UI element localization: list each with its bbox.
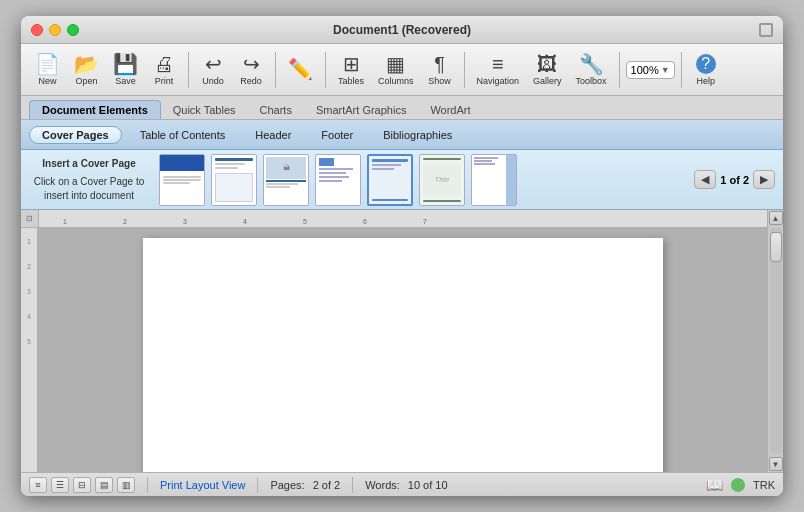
cover-thumbnails-list: 🏔 xyxy=(159,154,686,206)
click-instruction: Click on a Cover Page to insert into doc… xyxy=(29,175,149,203)
cover-thumb-2[interactable] xyxy=(211,154,257,206)
pages-label: Pages: xyxy=(270,479,304,491)
main-window: Document1 (Recovered) 📄 New 📂 Open 💾 Sav… xyxy=(21,16,783,496)
toolbar-sep-6 xyxy=(681,52,682,88)
columns-button[interactable]: ▦ Columns xyxy=(372,52,420,88)
paint-button[interactable]: ✏️ xyxy=(282,57,319,83)
toolbar-sep-5 xyxy=(619,52,620,88)
subtab-toc[interactable]: Table of Contents xyxy=(128,127,238,143)
help-button[interactable]: ? Help xyxy=(688,52,724,88)
tables-label: Tables xyxy=(338,76,364,86)
tab-document-elements[interactable]: Document Elements xyxy=(29,100,161,119)
resize-handle[interactable] xyxy=(759,23,773,37)
cover-pagination: ◀ 1 of 2 ▶ xyxy=(694,170,775,189)
help-label: Help xyxy=(696,76,715,86)
new-label: New xyxy=(38,76,56,86)
horizontal-ruler: 1 2 3 4 5 6 7 xyxy=(39,210,767,228)
cover-thumb-3[interactable]: 🏔 xyxy=(263,154,309,206)
view-icons: ≡ ☰ ⊟ ▤ ▥ xyxy=(29,477,135,493)
undo-icon: ↩ xyxy=(205,54,222,74)
save-icon: 💾 xyxy=(113,54,138,74)
cover-thumb-5[interactable] xyxy=(367,154,413,206)
book-icon[interactable]: 📖 xyxy=(706,477,723,493)
window-title: Document1 (Recovered) xyxy=(333,23,471,37)
redo-label: Redo xyxy=(240,76,262,86)
toolbar-sep-3 xyxy=(325,52,326,88)
cover-thumb-6[interactable]: Title xyxy=(419,154,465,206)
tables-button[interactable]: ⊞ Tables xyxy=(332,52,370,88)
doc-main-area: 1 2 3 4 5 6 7 xyxy=(39,210,767,472)
tables-icon: ⊞ xyxy=(343,54,360,74)
cover-thumb-7[interactable] xyxy=(471,154,517,206)
toolbar-sep-1 xyxy=(188,52,189,88)
open-icon: 📂 xyxy=(74,54,99,74)
paint-icon: ✏️ xyxy=(288,59,313,79)
open-button[interactable]: 📂 Open xyxy=(68,52,105,88)
scroll-down-button[interactable]: ▼ xyxy=(769,457,783,471)
toolbox-button[interactable]: 🔧 Toolbox xyxy=(570,52,613,88)
document-area: ⊡ 1 2 3 4 5 1 2 3 4 5 6 7 xyxy=(21,210,783,472)
tab-wordart[interactable]: WordArt xyxy=(418,101,482,119)
print-button[interactable]: 🖨 Print xyxy=(146,52,182,88)
doc-scroll-area[interactable] xyxy=(39,228,767,472)
titlebar: Document1 (Recovered) xyxy=(21,16,783,44)
subtab-header[interactable]: Header xyxy=(243,127,303,143)
print-label: Print xyxy=(155,76,174,86)
words-label: Words: xyxy=(365,479,400,491)
scroll-up-button[interactable]: ▲ xyxy=(769,211,783,225)
navigation-button[interactable]: ≡ Navigation xyxy=(471,52,526,88)
cover-thumb-4[interactable] xyxy=(315,154,361,206)
show-button[interactable]: ¶ Show xyxy=(422,52,458,88)
left-ruler-area: ⊡ 1 2 3 4 5 xyxy=(21,210,39,472)
toolbox-icon: 🔧 xyxy=(579,54,604,74)
close-button[interactable] xyxy=(31,24,43,36)
view-icon-4[interactable]: ▤ xyxy=(95,477,113,493)
navigation-label: Navigation xyxy=(477,76,520,86)
minimize-button[interactable] xyxy=(49,24,61,36)
undo-button[interactable]: ↩ Undo xyxy=(195,52,231,88)
new-button[interactable]: 📄 New xyxy=(29,52,66,88)
toolbox-label: Toolbox xyxy=(576,76,607,86)
view-icon-5[interactable]: ▥ xyxy=(117,477,135,493)
navigation-icon: ≡ xyxy=(492,54,504,74)
status-divider-2 xyxy=(257,477,258,493)
zoom-value: 100% xyxy=(631,64,659,76)
cover-pages-section: Insert a Cover Page Click on a Cover Pag… xyxy=(21,150,783,210)
redo-button[interactable]: ↪ Redo xyxy=(233,52,269,88)
tab-charts[interactable]: Charts xyxy=(248,101,304,119)
next-cover-button[interactable]: ▶ xyxy=(753,170,775,189)
view-icon-2[interactable]: ☰ xyxy=(51,477,69,493)
scroll-track[interactable] xyxy=(770,228,782,454)
zoom-control[interactable]: 100% ▼ xyxy=(626,61,675,79)
undo-label: Undo xyxy=(202,76,224,86)
gallery-button[interactable]: 🖼 Gallery xyxy=(527,52,568,88)
tab-smartart[interactable]: SmartArt Graphics xyxy=(304,101,418,119)
zoom-arrow-icon[interactable]: ▼ xyxy=(661,65,670,75)
redo-icon: ↪ xyxy=(243,54,260,74)
prev-cover-button[interactable]: ◀ xyxy=(694,170,716,189)
tab-quick-tables[interactable]: Quick Tables xyxy=(161,101,248,119)
ribbon-tab-bar: Document Elements Quick Tables Charts Sm… xyxy=(21,96,783,120)
show-icon: ¶ xyxy=(434,54,445,74)
print-icon: 🖨 xyxy=(154,54,174,74)
view-icon-3[interactable]: ⊟ xyxy=(73,477,91,493)
traffic-lights xyxy=(31,24,79,36)
columns-label: Columns xyxy=(378,76,414,86)
new-icon: 📄 xyxy=(35,54,60,74)
view-icon-1[interactable]: ≡ xyxy=(29,477,47,493)
toolbar-sep-2 xyxy=(275,52,276,88)
help-icon: ? xyxy=(696,54,716,74)
maximize-button[interactable] xyxy=(67,24,79,36)
subtab-footer[interactable]: Footer xyxy=(309,127,365,143)
status-divider-1 xyxy=(147,477,148,493)
scroll-thumb[interactable] xyxy=(770,232,782,262)
main-toolbar: 📄 New 📂 Open 💾 Save 🖨 Print ↩ Undo ↪ Red… xyxy=(21,44,783,96)
save-button[interactable]: 💾 Save xyxy=(107,52,144,88)
vertical-ruler: 1 2 3 4 5 xyxy=(21,228,38,472)
cover-thumb-1[interactable] xyxy=(159,154,205,206)
view-label[interactable]: Print Layout View xyxy=(160,479,245,491)
subtab-bibliographies[interactable]: Bibliographies xyxy=(371,127,464,143)
subtab-cover-pages[interactable]: Cover Pages xyxy=(29,126,122,144)
insert-label: Insert a Cover Page xyxy=(29,157,149,171)
ruler-corner[interactable]: ⊡ xyxy=(21,210,39,228)
